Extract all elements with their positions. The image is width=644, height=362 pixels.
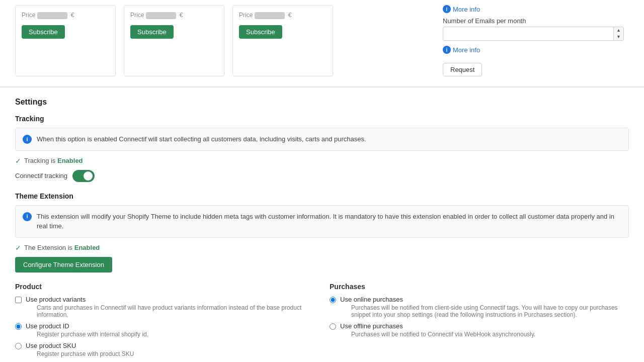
option-use-online: Use online purchases Purchases will be n… [330, 296, 629, 318]
purchases-title: Purchases [330, 283, 629, 291]
tracking-toggle-label: Connectif tracking [15, 172, 67, 179]
use-product-sku-label[interactable]: Use product SKU Register purchase with p… [15, 342, 314, 357]
more-info-top[interactable]: i More info [443, 5, 624, 13]
use-product-id-desc: Register purchase with internal shopify … [37, 331, 148, 338]
pricing-card-2: Price € Subscribe [124, 5, 224, 76]
use-product-sku-radio[interactable] [15, 343, 22, 349]
pricing-area: Price € Subscribe Price € Subscribe Pric… [0, 0, 644, 87]
price-blurred-3 [255, 12, 285, 19]
tracking-info-icon: i [23, 135, 32, 144]
info-icon-top: i [443, 5, 451, 13]
use-offline-label[interactable]: Use offline purchases Purchases will be … [330, 322, 629, 338]
price-blurred-2 [146, 12, 176, 19]
theme-extension-info-text: This extension will modify your Shopify … [37, 212, 621, 231]
pricing-card-3: Price € Subscribe [232, 5, 333, 76]
use-offline-desc: Purchases will be notified to Connectif … [351, 331, 535, 338]
theme-extension-info-icon: i [23, 212, 32, 221]
toggle-slider [72, 170, 95, 182]
spinners: ▲ ▼ [613, 27, 623, 40]
use-offline-radio[interactable] [330, 323, 336, 330]
pricing-card-1: Price € Subscribe [15, 5, 116, 76]
extension-check-icon: ✓ [15, 244, 21, 252]
price-label-1: Price € [22, 12, 109, 19]
use-product-sku-text: Use product SKU [26, 342, 134, 349]
use-product-id-radio[interactable] [15, 323, 22, 330]
price-blurred-1 [37, 12, 67, 19]
use-offline-text: Use offline purchases [340, 322, 535, 330]
tracking-toggle-row: Connectif tracking [15, 170, 629, 182]
use-online-text: Use online purchases [340, 296, 629, 303]
info-icon-bottom: i [443, 46, 451, 54]
use-variants-desc: Carts and purchases in Connectif will ha… [37, 304, 314, 318]
product-purchases-section: Product Use product variants Carts and p… [15, 283, 629, 361]
theme-extension-info-box: i This extension will modify your Shopif… [15, 205, 629, 238]
use-online-desc: Purchases will be notified from client-s… [351, 304, 629, 318]
tracking-title: Tracking [15, 115, 629, 123]
extension-status-text: The Extension is Enabled [24, 244, 100, 251]
price-label-2: Price € [130, 12, 218, 19]
use-online-label[interactable]: Use online purchases Purchases will be n… [330, 296, 629, 318]
tracking-info-box: i When this option is enabled Connectif … [15, 128, 629, 151]
use-variants-text: Use product variants [26, 296, 314, 303]
subscribe-button-3[interactable]: Subscribe [239, 25, 282, 39]
subscribe-button-1[interactable]: Subscribe [22, 25, 65, 39]
theme-extension-title: Theme Extension [15, 192, 629, 200]
spinner-down[interactable]: ▼ [614, 34, 623, 40]
option-use-product-sku: Use product SKU Register purchase with p… [15, 342, 314, 357]
use-product-id-label[interactable]: Use product ID Register purchase with in… [15, 322, 314, 338]
product-section: Product Use product variants Carts and p… [15, 283, 314, 361]
more-info-bottom[interactable]: i More info [443, 46, 624, 54]
use-product-id-text: Use product ID [26, 322, 148, 330]
settings-section: Settings Tracking i When this option is … [0, 87, 644, 362]
tracking-toggle[interactable] [72, 170, 95, 182]
option-use-variants: Use product variants Carts and purchases… [15, 296, 314, 318]
page-wrapper: Price € Subscribe Price € Subscribe Pric… [0, 0, 644, 362]
product-title: Product [15, 283, 314, 291]
theme-extension-status: ✓ The Extension is Enabled [15, 244, 629, 252]
configure-theme-extension-button[interactable]: Configure Theme Extension [15, 257, 112, 273]
tracking-status: ✓ Tracking is Enabled [15, 157, 629, 165]
settings-title: Settings [15, 98, 629, 107]
tracking-info-text: When this option is enabled Connectif wi… [37, 134, 366, 144]
pricing-cards: Price € Subscribe Price € Subscribe Pric… [15, 5, 438, 76]
option-use-offline: Use offline purchases Purchases will be … [330, 322, 629, 338]
request-button[interactable]: Request [443, 63, 482, 76]
price-label-3: Price € [239, 12, 327, 19]
tracking-check-icon: ✓ [15, 157, 21, 165]
right-panel: i More info Number of Emails per month ▲… [438, 5, 629, 76]
subscribe-button-2[interactable]: Subscribe [130, 25, 174, 39]
tracking-status-text: Tracking is Enabled [24, 157, 83, 164]
use-variants-label[interactable]: Use product variants Carts and purchases… [15, 296, 314, 318]
spinner-up[interactable]: ▲ [614, 27, 623, 34]
option-use-product-id: Use product ID Register purchase with in… [15, 322, 314, 338]
emails-input[interactable] [443, 27, 613, 40]
use-variants-checkbox[interactable] [15, 297, 22, 303]
use-product-sku-desc: Register purchase with product SKU [37, 350, 134, 357]
emails-per-month-label: Number of Emails per month [443, 17, 624, 25]
purchases-section: Purchases Use online purchases Purchases… [330, 283, 629, 361]
use-online-radio[interactable] [330, 297, 336, 303]
emails-per-month-field: ▲ ▼ [443, 27, 624, 41]
